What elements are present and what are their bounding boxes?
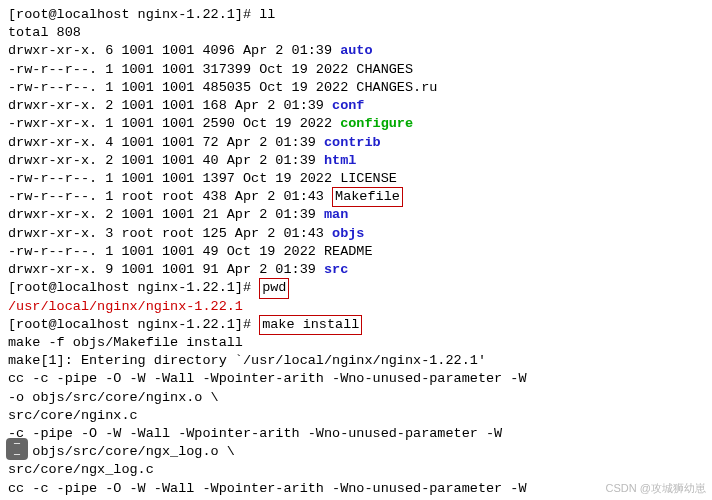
file-name: contrib xyxy=(324,135,381,150)
file-row: drwxr-xr-x. 2 1001 1001 168 Apr 2 01:39 … xyxy=(8,97,704,115)
file-row: -rw-r--r--. 1 1001 1001 1397 Oct 19 2022… xyxy=(8,170,704,188)
toolbar-icon: —— xyxy=(6,438,28,460)
file-row: drwxr-xr-x. 2 1001 1001 40 Apr 2 01:39 h… xyxy=(8,152,704,170)
total-line: total 808 xyxy=(8,24,704,42)
file-row: -rw-r--r--. 1 1001 1001 317399 Oct 19 20… xyxy=(8,61,704,79)
make-output-line: make -f objs/Makefile install xyxy=(8,334,704,352)
prompt-line[interactable]: [root@localhost nginx-1.22.1]# make inst… xyxy=(8,316,704,334)
file-name-highlight: Makefile xyxy=(332,187,403,207)
prompt-line[interactable]: [root@localhost nginx-1.22.1]# pwd xyxy=(8,279,704,297)
prompt-line[interactable]: [root@localhost nginx-1.22.1]# ll xyxy=(8,6,704,24)
file-name: LICENSE xyxy=(340,171,397,186)
terminal-output: [root@localhost nginx-1.22.1]# lltotal 8… xyxy=(8,6,704,500)
make-output-line: cc -c -pipe -O -W -Wall -Wpointer-arith … xyxy=(8,370,704,388)
make-output-line: src/core/nginx.c xyxy=(8,407,704,425)
pwd-command-highlight: pwd xyxy=(259,278,289,298)
file-row: drwxr-xr-x. 9 1001 1001 91 Apr 2 01:39 s… xyxy=(8,261,704,279)
file-name: CHANGES.ru xyxy=(356,80,437,95)
file-row: -rw-r--r--. 1 1001 1001 49 Oct 19 2022 R… xyxy=(8,243,704,261)
file-name: auto xyxy=(340,43,372,58)
file-name: CHANGES xyxy=(356,62,413,77)
watermark-text: CSDN @攻城狮幼崽 xyxy=(606,481,706,496)
file-name: objs xyxy=(332,226,364,241)
make-output-line: cc -c -pipe -O -W -Wall -Wpointer-arith … xyxy=(8,480,704,498)
make-output-line: -o objs/src/core/ngx_log.o \ xyxy=(8,443,704,461)
file-name: html xyxy=(324,153,356,168)
file-row: drwxr-xr-x. 4 1001 1001 72 Apr 2 01:39 c… xyxy=(8,134,704,152)
file-row: -rw-r--r--. 1 root root 438 Apr 2 01:43 … xyxy=(8,188,704,206)
make-output-line: -o objs/src/core/nginx.o \ xyxy=(8,389,704,407)
file-name: README xyxy=(324,244,373,259)
file-name: man xyxy=(324,207,348,222)
file-row: drwxr-xr-x. 2 1001 1001 21 Apr 2 01:39 m… xyxy=(8,206,704,224)
pwd-output: /usr/local/nginx/nginx-1.22.1 xyxy=(8,298,704,316)
make-output-line: -c -pipe -O -W -Wall -Wpointer-arith -Wn… xyxy=(8,425,704,443)
make-output-line: make[1]: Entering directory `/usr/local/… xyxy=(8,352,704,370)
file-name: configure xyxy=(340,116,413,131)
make-install-command-highlight: make install xyxy=(259,315,362,335)
file-row: -rwxr-xr-x. 1 1001 1001 2590 Oct 19 2022… xyxy=(8,115,704,133)
file-row: drwxr-xr-x. 3 root root 125 Apr 2 01:43 … xyxy=(8,225,704,243)
file-row: drwxr-xr-x. 6 1001 1001 4096 Apr 2 01:39… xyxy=(8,42,704,60)
make-output-line: src/core/ngx_log.c xyxy=(8,461,704,479)
file-row: -rw-r--r--. 1 1001 1001 485035 Oct 19 20… xyxy=(8,79,704,97)
file-name: src xyxy=(324,262,348,277)
file-name: conf xyxy=(332,98,364,113)
